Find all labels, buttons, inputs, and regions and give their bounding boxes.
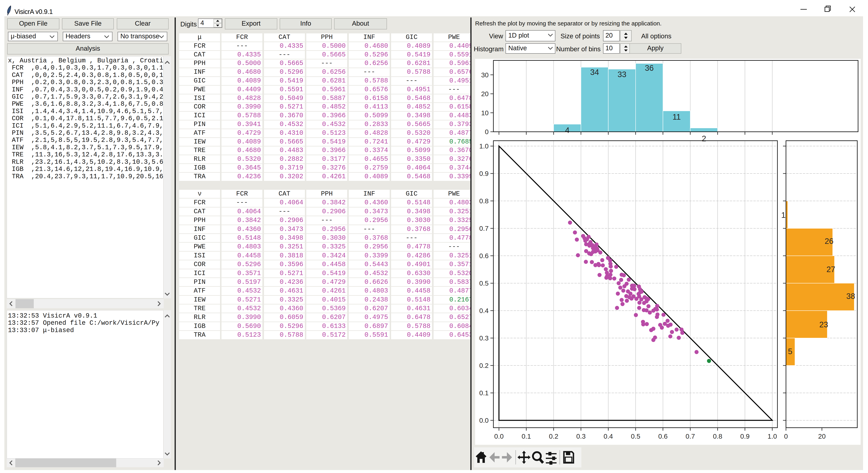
svg-text:0: 0 [485,128,489,136]
svg-text:0.5: 0.5 [631,433,640,440]
svg-text:33: 33 [618,70,626,79]
svg-text:2: 2 [702,134,706,143]
svg-text:0.3: 0.3 [479,334,489,342]
svg-text:0.8: 0.8 [713,433,722,440]
svg-text:0.0: 0.0 [494,433,503,440]
svg-text:10: 10 [481,109,489,117]
svg-text:0: 0 [784,433,788,440]
svg-text:27: 27 [827,265,835,274]
svg-text:26: 26 [825,237,834,245]
svg-text:0.0: 0.0 [479,417,489,424]
svg-text:5: 5 [788,347,792,356]
svg-text:0.9: 0.9 [740,433,750,440]
svg-text:0.9: 0.9 [479,170,489,177]
svg-text:38: 38 [846,292,855,300]
svg-text:1.0: 1.0 [768,433,777,440]
svg-text:0.1: 0.1 [522,433,531,440]
svg-text:0.8: 0.8 [479,197,489,205]
svg-text:0.7: 0.7 [686,433,695,440]
svg-text:34: 34 [590,68,599,77]
svg-text:0.4: 0.4 [603,433,613,440]
svg-text:20: 20 [481,90,489,97]
svg-text:20: 20 [818,433,826,440]
svg-text:36: 36 [645,64,654,72]
svg-text:0.2: 0.2 [549,433,558,440]
svg-text:0.6: 0.6 [479,252,489,260]
svg-text:0.6: 0.6 [658,433,668,440]
svg-text:0.1: 0.1 [479,389,489,397]
svg-text:0.3: 0.3 [576,433,586,440]
svg-text:11: 11 [673,113,681,121]
svg-text:30: 30 [481,71,489,79]
svg-text:0.5: 0.5 [479,279,489,287]
svg-text:23: 23 [819,320,828,329]
svg-text:0.4: 0.4 [479,307,489,315]
svg-text:1: 1 [781,211,785,219]
svg-text:0.2: 0.2 [479,362,489,369]
svg-text:1.0: 1.0 [479,142,489,150]
svg-text:4: 4 [565,126,569,135]
svg-text:0.7: 0.7 [479,225,489,232]
